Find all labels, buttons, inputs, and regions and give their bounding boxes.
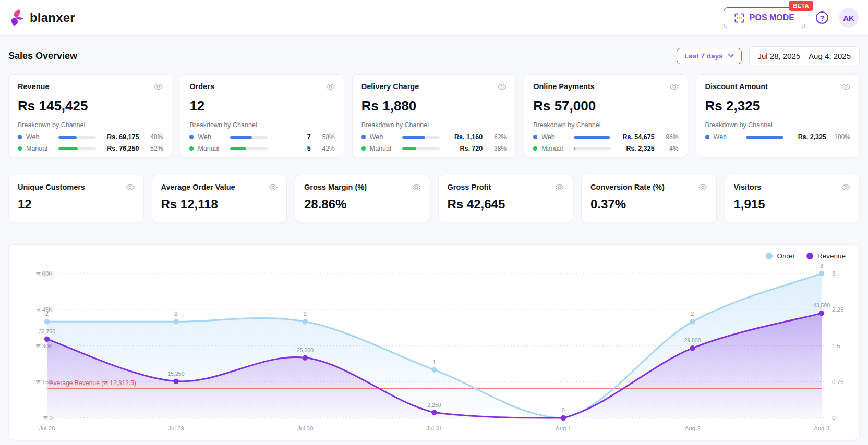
data-label: 2 [45, 311, 49, 317]
card-value: 28.86% [304, 197, 421, 212]
legend-label: Order [777, 252, 795, 260]
channel-row: ManualRs. 76,25052% [18, 145, 163, 152]
card-value: Rs 57,000 [533, 98, 678, 114]
legend-item-revenue[interactable]: Revenue [806, 252, 846, 260]
data-label: 2,250 [427, 402, 441, 408]
card-value: Rs 145,425 [18, 98, 163, 114]
channel-progress-bar [746, 136, 783, 139]
metric-card-discount-amount: Discount AmountRs 2,325Breakdown by Chan… [696, 74, 860, 157]
legend-item-order[interactable]: Order [766, 252, 795, 260]
eye-icon[interactable] [126, 183, 135, 192]
eye-icon[interactable] [154, 82, 163, 91]
channel-percent: 96% [660, 133, 679, 141]
left-axis-tick: रू 60K [35, 270, 53, 277]
left-axis-tick: रू 45K [35, 306, 53, 313]
eye-icon[interactable] [670, 82, 679, 91]
channel-label: Manual [541, 145, 574, 152]
order-point-aug-2[interactable] [690, 319, 695, 324]
metric-card-revenue: RevenueRs 145,425Breakdown by ChannelWeb… [8, 74, 172, 157]
brand[interactable]: blanxer [9, 9, 75, 27]
scan-icon [734, 13, 744, 23]
card-value: 0.37% [590, 197, 707, 212]
data-label: 29,000 [684, 337, 701, 343]
right-axis-tick: 0.75 [832, 379, 843, 385]
revenue-point-jul-28[interactable] [44, 337, 50, 342]
eye-icon[interactable] [326, 82, 335, 91]
channel-row: Web758% [189, 133, 334, 141]
order-point-jul-31[interactable] [431, 367, 437, 372]
data-label: 2 [304, 311, 307, 317]
kpi-cards-row: Unique Customers12Average Order ValueRs … [8, 175, 860, 222]
beta-badge: BETA [789, 1, 813, 11]
data-label: 43,500 [813, 302, 830, 308]
sales-line-chart: रू 00रू 15K0.75रू 30K1.5रू 45K2.25रू 60K… [9, 245, 860, 440]
revenue-point-aug-3[interactable] [819, 311, 824, 316]
order-point-jul-30[interactable] [303, 319, 308, 324]
revenue-point-aug-1[interactable] [561, 415, 566, 421]
avatar[interactable]: AK [839, 8, 859, 28]
channel-row: WebRs. 2,325100% [705, 133, 850, 141]
channel-percent: 38% [488, 145, 507, 152]
channel-progress-bar [58, 136, 96, 139]
eye-icon[interactable] [698, 183, 707, 192]
channel-value: Rs. 720 [440, 145, 488, 152]
pos-mode-label: POS MODE [750, 13, 794, 22]
kpi-card-visitors: Visitors1,915 [725, 175, 860, 222]
metric-card-delivery-charge: Delivery ChargeRs 1,880Breakdown by Chan… [352, 74, 516, 157]
pos-mode-button[interactable]: POS MODE BETA [724, 7, 805, 28]
channel-dot-icon [533, 146, 537, 151]
metric-card-online-payments: Online PaymentsRs 57,000Breakdown by Cha… [524, 74, 688, 157]
channel-label: Manual [370, 145, 402, 152]
channel-dot-icon [361, 135, 366, 139]
channel-dot-icon [705, 135, 709, 139]
eye-icon[interactable] [841, 82, 850, 91]
right-axis-tick: 0 [832, 415, 835, 421]
eye-icon[interactable] [498, 82, 507, 91]
date-range-dropdown[interactable]: Last 7 days [677, 48, 742, 64]
data-label: 0 [562, 407, 565, 413]
kpi-card-conversion-rate-: Conversion Rate (%)0.37% [581, 175, 717, 222]
card-title: Online Payments [533, 82, 595, 91]
right-axis-tick: 3 [832, 270, 835, 277]
channel-value: Rs. 54,675 [611, 133, 659, 141]
channel-row: ManualRs. 2,3254% [533, 145, 678, 152]
revenue-point-jul-29[interactable] [173, 378, 178, 384]
channel-value: Rs. 2,325 [783, 133, 831, 141]
order-point-jul-29[interactable] [173, 319, 178, 324]
revenue-point-aug-2[interactable] [690, 345, 695, 351]
channel-percent: 52% [144, 145, 163, 152]
kpi-card-unique-customers: Unique Customers12 [8, 175, 144, 222]
channel-progress-bar [58, 147, 96, 150]
card-title: Revenue [18, 82, 49, 91]
date-range-value[interactable]: Jul 28, 2025 – Aug 4, 2025 [749, 46, 860, 65]
order-point-aug-3[interactable] [819, 271, 824, 276]
x-axis-tick: Jul 30 [297, 425, 314, 431]
eye-icon[interactable] [841, 183, 850, 192]
eye-icon[interactable] [269, 183, 278, 192]
eye-icon[interactable] [555, 183, 564, 192]
data-label: 2 [691, 311, 694, 317]
eye-icon[interactable] [412, 183, 421, 192]
kpi-card-average-order-value: Average Order ValueRs 12,118 [152, 175, 287, 222]
chart-legend: Order Revenue [766, 252, 846, 260]
legend-label: Revenue [817, 252, 846, 260]
help-icon[interactable]: ? [816, 11, 828, 24]
channel-value: 5 [268, 145, 316, 152]
channel-dot-icon [18, 146, 22, 151]
channel-row: ManualRs. 72038% [361, 145, 507, 152]
channel-value: Rs. 2,325 [611, 145, 659, 152]
channel-percent: 100% [831, 133, 850, 141]
channel-progress-bar [230, 147, 268, 150]
channel-progress-bar [402, 136, 440, 139]
channel-dot-icon [361, 146, 366, 151]
page-title: Sales Overview [8, 51, 77, 61]
order-legend-dot-icon [766, 253, 773, 259]
order-point-jul-28[interactable] [44, 319, 50, 324]
revenue-point-jul-30[interactable] [303, 355, 308, 360]
breakdown-label: Breakdown by Channel [705, 121, 850, 129]
channel-percent: 58% [316, 133, 335, 141]
revenue-point-jul-31[interactable] [431, 410, 437, 415]
card-value: Rs 2,325 [705, 98, 850, 114]
channel-label: Web [370, 133, 402, 141]
card-value: Rs 1,880 [361, 98, 507, 114]
